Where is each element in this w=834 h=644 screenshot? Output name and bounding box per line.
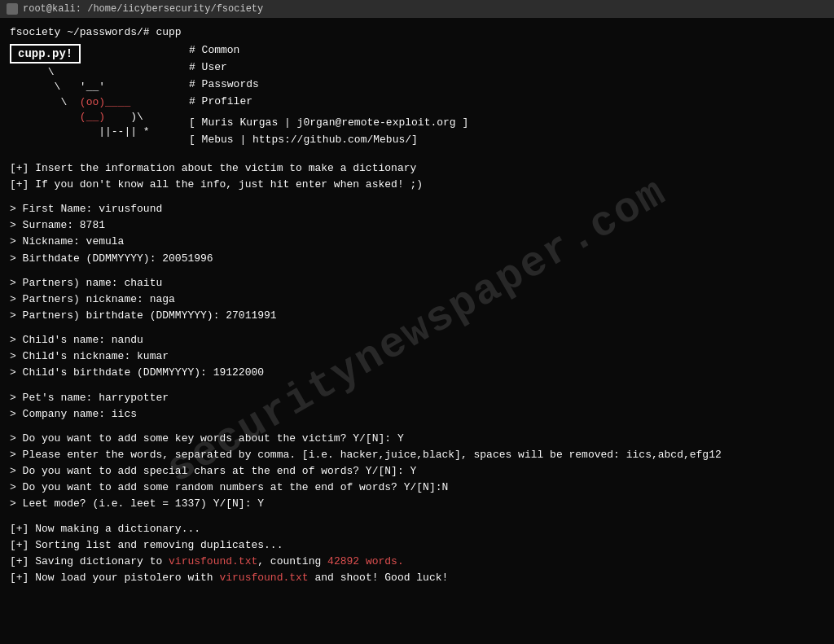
input-nickname: > Nickname: vemula [10,234,824,250]
input-random-numbers: > Do you want to add some random numbers… [10,480,824,496]
word-count: 42892 words. [327,555,404,567]
cupp-box: cupp.py! [10,44,81,64]
ascii-art: cupp.py! \ \ '__' \ (oo)____ (__) )\ ||-… [10,41,173,149]
title-bar: root@kali: /home/iicybersecurity/fsociet… [0,0,834,18]
input-company: > Company name: iics [10,406,824,423]
input-surname: > Surname: 8781 [10,217,824,234]
input-pet-name: > Pet's name: harrypotter [10,390,824,406]
input-partner-name: > Partners) name: chaitu [10,275,824,291]
input-special-chars: > Do you want to add special chars at th… [10,463,824,480]
input-child-nickname: > Child's nickname: kumar [10,348,824,365]
input-partner-nickname: > Partners) nickname: naga [10,291,824,308]
final-filename: virusfound.txt [219,572,308,584]
saving-filename: virusfound.txt [169,555,257,567]
info-line-2: [+] If you don't know all the info, just… [10,177,824,193]
ascii-art-lines: \ \ '__' \ (oo)____ (__) )\ ||--|| * [10,65,173,139]
output-final: [+] Now load your pistolero with virusfo… [10,570,824,586]
terminal-icon [7,3,18,15]
terminal: securitynewspaper.com fsociety ~/passwor… [0,18,834,644]
info-line-1: [+] Insert the information about the vic… [10,160,824,177]
prompt-line: fsociety ~/passwords/# cupp [10,24,824,41]
output-saving: [+] Saving dictionary to virusfound.txt,… [10,554,824,570]
ascii-header: cupp.py! \ \ '__' \ (oo)____ (__) )\ ||-… [10,41,824,149]
input-child-name: > Child's name: nandu [10,332,824,348]
input-child-birthdate: > Child's birthdate (DDMMYYYY): 19122000 [10,365,824,381]
input-birthdate: > Birthdate (DDMMYYYY): 20051996 [10,251,824,267]
input-firstname: > First Name: virusfound [10,201,824,217]
ascii-comments: # Common # User # Passwords # Profiler [… [189,41,468,149]
output-sorting: [+] Sorting list and removing duplicates… [10,537,824,554]
input-keywords-value: > Please enter the words, separated by c… [10,447,824,463]
input-leet-mode: > Leet mode? (i.e. leet = 1337) Y/[N]: Y [10,496,824,512]
input-partner-birthdate: > Partners) birthdate (DDMMYYYY): 270119… [10,308,824,324]
output-making: [+] Now making a dictionary... [10,521,824,537]
input-keywords-prompt: > Do you want to add some key words abou… [10,431,824,447]
title-text: root@kali: /home/iicybersecurity/fsociet… [23,3,263,15]
